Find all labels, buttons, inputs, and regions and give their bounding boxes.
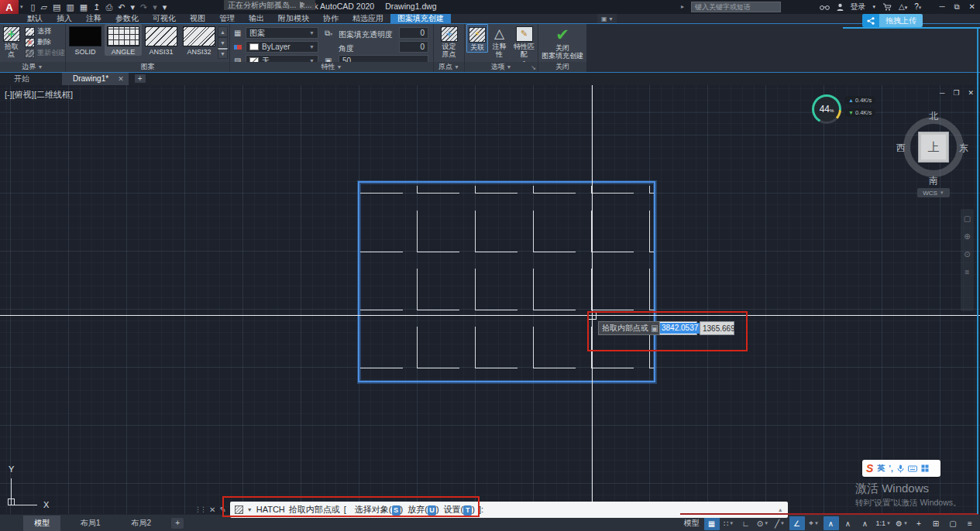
ime-mic-icon[interactable] xyxy=(897,464,904,473)
tab-output[interactable]: 输出 xyxy=(242,14,271,23)
isolate-objects-icon[interactable]: ⊞ xyxy=(928,516,944,530)
tab-hatch-creation[interactable]: 图案填充创建 xyxy=(390,14,451,23)
nav-more-icon[interactable]: ≡ xyxy=(965,269,970,276)
tab-start[interactable]: 开始 xyxy=(3,73,40,85)
transparency-layers-icon[interactable]: ⧉▾ xyxy=(325,29,332,38)
angle-value[interactable]: 0 xyxy=(399,41,428,53)
osnap-icon[interactable]: ⌖▼ xyxy=(806,516,822,530)
pattern-solid[interactable]: SOLID xyxy=(67,24,104,56)
panel-boundary-label[interactable]: 边界▼ xyxy=(0,62,65,72)
tab-visualize[interactable]: 可视化 xyxy=(146,14,183,23)
autocad-logo-icon[interactable]: A xyxy=(0,0,19,14)
viewcube-east[interactable]: 东 xyxy=(959,142,968,155)
tab-manage[interactable]: 管理 xyxy=(212,14,242,23)
vp-restore-icon[interactable]: ❐ xyxy=(953,89,959,97)
tab-collaborate[interactable]: 协作 xyxy=(316,14,346,23)
upload-icon[interactable]: ↥ xyxy=(93,0,100,14)
polar-tracking-icon[interactable]: ⊙▼ xyxy=(755,516,771,530)
viewcube-south[interactable]: 南 xyxy=(929,174,938,187)
set-origin-button[interactable]: + 设定原点 xyxy=(439,24,459,58)
new-drawing-tab-button[interactable]: + xyxy=(135,74,146,83)
nav-pan-icon[interactable]: ⊕ xyxy=(964,233,970,241)
ortho-icon[interactable]: ∟ xyxy=(738,516,754,530)
workspace-gear-icon[interactable]: ⚙▼ xyxy=(894,516,910,530)
plot-icon[interactable]: ⎙ xyxy=(105,0,112,14)
vp-minimize-icon[interactable]: ─ xyxy=(940,89,944,97)
undo-caret-icon[interactable]: ▾ xyxy=(131,0,136,14)
tab-parametric[interactable]: 参数化 xyxy=(108,14,146,23)
ime-keyboard-icon[interactable] xyxy=(908,465,917,472)
transparency-value[interactable]: 0 xyxy=(399,27,428,39)
boundary-select-button[interactable]: ➤ 选择 xyxy=(25,26,65,36)
signin-caret-icon[interactable]: ▾ xyxy=(873,0,876,14)
ribbon-display-toggle[interactable]: ▣▾ xyxy=(597,14,617,23)
annotation-autoscale-icon[interactable]: ∧ xyxy=(841,516,856,530)
nav-wheel-icon[interactable]: ▢ xyxy=(964,215,971,223)
nav-zoom-icon[interactable]: ⊙ xyxy=(964,251,970,259)
tab-default[interactable]: 默认 xyxy=(20,14,50,23)
save-icon[interactable]: ▤ xyxy=(53,0,60,14)
clean-screen-icon[interactable]: ▢ xyxy=(945,516,961,530)
panel-properties-label[interactable]: 特性▼ xyxy=(230,62,433,72)
pick-points-button[interactable]: + 拾取点 xyxy=(0,24,22,58)
associative-button[interactable]: ⚡ 关联 xyxy=(466,24,488,53)
gallery-down-icon[interactable]: ▼ xyxy=(218,37,228,48)
vp-close-icon[interactable]: ✕ xyxy=(968,89,974,97)
panel-options-label[interactable]: 选项▼ xyxy=(465,62,538,72)
annotation-monitor-icon[interactable]: + xyxy=(911,516,927,530)
tab-close-icon[interactable]: ✕ xyxy=(113,73,129,85)
tab-annotate[interactable]: 注释 xyxy=(79,14,108,23)
gallery-expand-icon[interactable]: ▼ xyxy=(218,48,228,59)
qat-customize-icon[interactable]: ▾ xyxy=(163,0,167,14)
command-grip-icon[interactable]: ⋮⋮ xyxy=(194,505,205,513)
annotation-scale-icon[interactable]: ∧ xyxy=(858,516,873,530)
tab-featured[interactable]: 精选应用 xyxy=(346,14,390,23)
ime-toolbox-icon[interactable] xyxy=(921,464,929,472)
search-collapse-icon[interactable]: ▸ xyxy=(681,3,684,10)
pattern-ansi32[interactable]: ANSI32 xyxy=(181,24,218,56)
tab-addins[interactable]: 附加模块 xyxy=(271,14,316,23)
netdisk-upload-button[interactable]: 拖拽上传 xyxy=(862,14,923,27)
isodraft-icon[interactable]: ╱▼ xyxy=(772,516,788,530)
redo-icon[interactable]: ↷ xyxy=(140,0,147,14)
signin-label[interactable]: 登录 xyxy=(851,2,866,12)
search-binoculars-icon[interactable] xyxy=(820,4,830,11)
panel-pattern-label[interactable]: 图案 xyxy=(66,62,229,72)
snap-icon[interactable]: ∷▼ xyxy=(721,516,737,530)
minimize-button[interactable]: ─ xyxy=(939,2,944,12)
user-icon[interactable] xyxy=(837,3,844,11)
close-hatch-creation-button[interactable]: ✔ 关闭图案填充创建 xyxy=(540,24,585,60)
hatch-color-dropdown[interactable]: ByLayer▼ xyxy=(246,41,318,53)
help-icon[interactable]: ?▾ xyxy=(914,0,921,15)
grid-icon[interactable]: ▦ xyxy=(704,516,720,530)
dialog-launcher-icon[interactable]: ↘ xyxy=(531,64,536,71)
app-menu-caret-icon[interactable]: ▾ xyxy=(20,4,23,10)
viewcube-top-face[interactable]: 上 xyxy=(918,132,949,163)
boundary-remove-button[interactable]: ✕ 删除 xyxy=(25,37,65,47)
panel-origin-label[interactable]: 原点▼ xyxy=(434,62,464,72)
viewcube-west[interactable]: 西 xyxy=(896,142,906,155)
tab-drawing1[interactable]: Drawing1* xyxy=(62,73,119,85)
restore-button[interactable]: ⧉ xyxy=(954,2,959,12)
command-close-icon[interactable]: ✕ xyxy=(209,505,215,514)
annotation-visibility-icon[interactable]: ∧ xyxy=(824,516,839,530)
model-space-label[interactable]: 模型 xyxy=(684,518,700,529)
layout-tab-layout1[interactable]: 布局1 xyxy=(70,516,112,531)
ime-lang-toggle[interactable]: 英 xyxy=(877,463,885,474)
autodesk-app-icon[interactable]: △▾ xyxy=(899,0,907,15)
scale-1-1[interactable]: 1:1▼ xyxy=(875,516,892,530)
save-all-icon[interactable]: ▦ xyxy=(80,0,88,14)
command-expand-icon[interactable]: ▲ xyxy=(778,507,783,512)
close-button[interactable]: ✕ xyxy=(969,2,975,12)
match-properties-button[interactable]: ✎ 特性匹配▾ xyxy=(511,24,538,67)
hatch-type-dropdown[interactable]: 图案▼ xyxy=(246,27,318,39)
save-as-icon[interactable]: ▥ xyxy=(66,0,74,14)
search-input[interactable]: 键入关键字或短语 xyxy=(691,2,781,12)
new-file-icon[interactable]: ▯ xyxy=(31,0,36,14)
pattern-angle[interactable]: ANGLE xyxy=(105,24,142,56)
drawing-canvas[interactable]: YX [-][俯视][二维线框] ─ ❐ ✕ 44% ▲0.4K/s ▼0.4K… xyxy=(0,85,980,514)
layout-tab-layout2[interactable]: 布局2 xyxy=(121,516,163,531)
sogou-logo-icon[interactable]: S xyxy=(866,462,873,474)
open-folder-icon[interactable]: ▱ xyxy=(41,0,47,14)
new-layout-button[interactable]: + xyxy=(171,518,184,529)
